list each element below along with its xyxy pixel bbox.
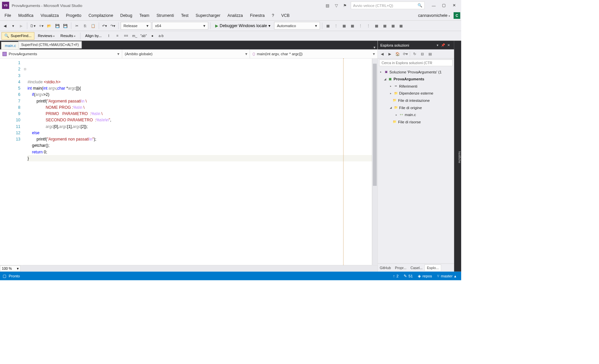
tab-casel[interactable]: Casel... <box>409 264 425 270</box>
tab-overflow-button[interactable]: ▾ <box>372 45 378 49</box>
refresh-button[interactable]: ↻ <box>412 51 418 57</box>
notifications-icon[interactable]: ▤ <box>324 2 331 9</box>
menu-test[interactable]: Test <box>178 12 192 19</box>
nav-forward-button[interactable]: ▶ <box>18 22 25 29</box>
align-opt-2[interactable]: = <box>114 32 121 39</box>
status-branch[interactable]: ⑂master ▴ <box>435 274 459 278</box>
new-file-button[interactable]: ✧▾ <box>37 22 45 29</box>
flag-icon[interactable]: ▽ <box>333 2 340 9</box>
extra-btn-6[interactable]: ⋮ <box>365 22 372 29</box>
tree-ext[interactable]: ▸📁Dipendenze esterne <box>378 90 454 97</box>
tab-github[interactable]: GitHub <box>378 264 393 270</box>
solution-search-input[interactable] <box>379 60 453 66</box>
tree-project[interactable]: ◢▣ProvaArguments <box>378 75 454 83</box>
tab-main-c[interactable]: main.c <box>1 42 20 49</box>
project-combo[interactable]: ProvaArguments▾ <box>0 49 122 58</box>
extra-btn-9[interactable]: ▦ <box>389 22 397 29</box>
horizontal-scrollbar[interactable] <box>21 265 378 271</box>
notifications-tab[interactable]: Notifiche <box>458 151 461 163</box>
solution-tree[interactable]: ▸▣Soluzione 'ProvaArguments' (1 ◢▣ProvaA… <box>378 67 454 263</box>
new-project-button[interactable]: 🗋▾ <box>29 22 37 29</box>
menu-debug[interactable]: Debug <box>117 12 136 19</box>
panel-dropdown-button[interactable]: ▾ <box>435 43 440 47</box>
menu-vcb[interactable]: VCB <box>278 12 293 19</box>
tab-propr[interactable]: Propr... <box>393 264 409 270</box>
tab-esplo[interactable]: Esplo... <box>425 264 441 271</box>
user-menu[interactable]: cannavomichele <box>416 12 452 19</box>
auto-dropdown[interactable]: Automatico▾ <box>274 22 320 29</box>
nav-back-button[interactable]: ◀ <box>2 22 9 29</box>
align-opt-3[interactable]: == <box>123 32 130 39</box>
extra-btn-4[interactable]: ▦ <box>349 22 356 29</box>
menu-team[interactable]: Team <box>136 12 153 19</box>
superfind-button[interactable]: 🔍SuperFind... <box>2 32 34 40</box>
function-combo[interactable]: ⬯main(int argv, char * argc[])▾ <box>250 49 378 58</box>
menu-file[interactable]: File <box>1 12 15 19</box>
menu-progetto[interactable]: Progetto <box>62 12 85 19</box>
menu-analizza[interactable]: Analizza <box>224 12 246 19</box>
extra-btn-7[interactable]: ▦ <box>373 22 380 29</box>
minimize-button[interactable]: — <box>429 2 439 9</box>
menu-strumenti[interactable]: Strumenti <box>153 12 178 19</box>
align-opt-7[interactable]: a·b <box>157 32 165 39</box>
quick-launch-input[interactable]: Avvio veloce (CTRL+Q) 🔍 <box>351 2 424 9</box>
copy-button[interactable]: ⎘ <box>81 22 89 29</box>
tree-sources[interactable]: ◢📁File di origine <box>378 104 454 111</box>
menu-modifica[interactable]: Modifica <box>15 12 37 19</box>
sync-button[interactable]: ⟳▾ <box>402 51 408 57</box>
align-opt-4[interactable]: m_ <box>131 32 139 39</box>
save-button[interactable]: 💾 <box>54 22 61 29</box>
menu-compilazione[interactable]: Compilazione <box>85 12 117 19</box>
extra-btn-2[interactable]: ⋮ <box>333 22 340 29</box>
extra-btn-1[interactable]: ▦ <box>324 22 332 29</box>
fold-column[interactable]: ⊟ <box>23 59 27 265</box>
config-dropdown[interactable]: Release▾ <box>121 22 151 29</box>
vertical-scrollbar[interactable] <box>372 59 378 265</box>
panel-close-button[interactable]: ✕ <box>446 43 452 47</box>
undo-button[interactable]: ↶▾ <box>101 22 108 29</box>
alignby-button[interactable]: Align by... <box>83 33 103 39</box>
maximize-button[interactable]: ▢ <box>439 2 449 9</box>
extra-btn-5[interactable]: ⋮ <box>357 22 364 29</box>
tree-mainc[interactable]: ▸++main.c <box>378 111 454 118</box>
cut-button[interactable]: ✂ <box>73 22 81 29</box>
panel-pin-button[interactable]: 📌 <box>440 43 446 47</box>
align-opt-5[interactable]: "ab" <box>140 32 147 39</box>
start-debug-button[interactable]: ▶Debugger Windows locale ▾ <box>213 22 273 29</box>
extra-btn-10[interactable]: ▦ <box>398 22 405 29</box>
tree-solution[interactable]: ▸▣Soluzione 'ProvaArguments' (1 <box>378 68 454 75</box>
menu-help[interactable]: ? <box>268 12 277 19</box>
tree-headers[interactable]: 📁File di intestazione <box>378 97 454 104</box>
nav-back-drop[interactable]: ▾ <box>10 22 17 29</box>
redo-button[interactable]: ↷▾ <box>109 22 116 29</box>
scope-combo[interactable]: (Ambito globale)▾ <box>122 49 250 58</box>
user-avatar[interactable]: C <box>454 12 460 19</box>
status-repo[interactable]: ◈repos <box>415 274 434 278</box>
save-all-button[interactable]: 💾 <box>62 22 69 29</box>
align-opt-6[interactable]: ● <box>149 32 156 39</box>
platform-dropdown[interactable]: x64▾ <box>152 22 208 29</box>
home-back-button[interactable]: ◀ <box>379 51 385 57</box>
zoom-dropdown[interactable]: 100 %▾ <box>0 265 20 271</box>
tree-resources[interactable]: 📁File di risorse <box>378 118 454 125</box>
close-button[interactable]: ✕ <box>449 2 459 9</box>
code-body[interactable]: #include <stdio.h>int main(int argv,char… <box>27 59 372 265</box>
tree-refs[interactable]: ▸▪▪Riferimenti <box>378 82 454 90</box>
home-fwd-button[interactable]: ▶ <box>387 51 393 57</box>
code-editor[interactable]: 12345678910111213 ⊟ #include <stdio.h>in… <box>0 59 378 265</box>
feedback-icon[interactable]: ⚑ <box>341 2 349 9</box>
status-layout-icon[interactable]: ▢ <box>3 274 6 278</box>
menu-visualizza[interactable]: Visualizza <box>37 12 62 19</box>
menu-finestra[interactable]: Finestra <box>246 12 268 19</box>
home-button[interactable]: 🏠 <box>395 51 401 57</box>
align-opt-1[interactable]: I <box>105 32 112 39</box>
reviews-dropdown[interactable]: Reviews <box>36 33 57 39</box>
properties-button[interactable]: ▤ <box>427 51 433 57</box>
results-dropdown[interactable]: Results <box>59 33 78 39</box>
collapse-button[interactable]: ⊟ <box>419 51 425 57</box>
extra-btn-3[interactable]: ▦ <box>340 22 348 29</box>
paste-button[interactable]: 📋 <box>90 22 97 29</box>
extra-btn-8[interactable]: ▦ <box>381 22 388 29</box>
open-button[interactable]: 📂 <box>46 22 53 29</box>
menu-supercharger[interactable]: Supercharger <box>192 12 224 19</box>
